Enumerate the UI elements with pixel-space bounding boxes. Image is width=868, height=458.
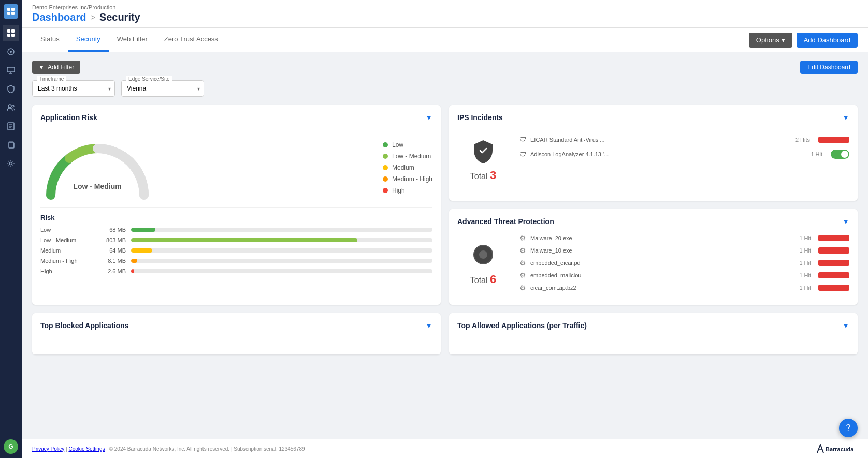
app-risk-filter-icon[interactable]: ▼ <box>425 113 432 122</box>
tab-webfilter[interactable]: Web Filter <box>109 28 156 52</box>
incident-shield-icon-0: 🛡 <box>519 136 526 143</box>
user-avatar[interactable]: G <box>4 439 18 454</box>
risk-section: Risk Low 68 MB Low - Medium 803 MB <box>40 207 432 274</box>
legend-dot-medium <box>383 165 388 170</box>
risk-row-low-medium: Low - Medium 803 MB <box>40 237 432 243</box>
atp-hits-2: 1 Hit <box>799 260 811 266</box>
svg-rect-1 <box>11 8 15 11</box>
incident-row-1: 🛡 Adiscon LogAnalyzer 4.1.13 '... 1 Hit <box>519 146 849 162</box>
allowed-apps-header: Top Allowed Applications (per Traffic) ▼ <box>457 321 849 330</box>
tab-security[interactable]: Security <box>68 28 109 52</box>
ips-title: IPS Incidents <box>457 113 503 122</box>
atp-hits-4: 1 Hit <box>799 285 811 291</box>
incident-shield-icon-1: 🛡 <box>519 151 526 158</box>
svg-rect-5 <box>11 29 15 33</box>
filter-icon: ▼ <box>38 64 45 71</box>
atp-hits-0: 1 Hit <box>799 235 811 241</box>
dashboard-grid: Application Risk ▼ <box>32 105 858 354</box>
edit-dashboard-button[interactable]: Edit Dashboard <box>800 61 858 74</box>
allowed-apps-filter-icon[interactable]: ▼ <box>842 321 849 330</box>
gear-icon-1: ⚙ <box>519 246 526 255</box>
gauge-container: Low - Medium <box>40 133 154 202</box>
sidebar: G <box>0 0 22 458</box>
legend-label-high: High <box>392 187 405 194</box>
atp-total-label: Total 6 <box>470 273 497 286</box>
breadcrumb-home[interactable]: Dashboard <box>32 11 86 23</box>
filters-row: Timeframe Last 3 months Last month Last … <box>32 80 858 97</box>
gear-icon-2: ⚙ <box>519 259 526 267</box>
threat-icon <box>471 242 496 269</box>
risk-name-medium: Medium <box>40 247 92 254</box>
risk-row-medium: Medium 64 MB <box>40 247 432 254</box>
sidebar-item-security[interactable] <box>3 81 19 97</box>
legend-dot-low-medium <box>383 154 388 159</box>
svg-rect-2 <box>7 12 10 15</box>
timeframe-select[interactable]: Last 3 months Last month Last week Last … <box>32 80 115 97</box>
tabs-actions: Options ▾ Add Dashboard <box>749 33 858 48</box>
incident-name-0: EICAR Standard Anti-Virus ... <box>530 137 791 143</box>
atp-threat-list: ⚙ Malware_20.exe 1 Hit ⚙ Malware_10.exe … <box>519 232 849 297</box>
atp-bar-2 <box>818 260 849 266</box>
legend-label-medium: Medium <box>392 164 414 171</box>
incident-hits-1: 1 Hit <box>811 151 822 157</box>
sidebar-item-settings[interactable] <box>3 155 19 172</box>
atp-filter-icon[interactable]: ▼ <box>842 217 849 226</box>
sidebar-item-monitor[interactable] <box>3 62 19 79</box>
risk-bar-track-medium <box>131 248 432 253</box>
risk-name-medium-high: Medium - High <box>40 258 92 264</box>
blocked-apps-card: Top Blocked Applications ▼ <box>32 313 441 354</box>
gear-icon-0: ⚙ <box>519 234 526 242</box>
sidebar-item-reports[interactable] <box>3 118 19 135</box>
sidebar-item-dashboard[interactable] <box>3 25 19 41</box>
blocked-apps-filter-icon[interactable]: ▼ <box>425 321 432 330</box>
risk-bar-fill-low <box>131 228 155 232</box>
atp-name-2: embedded_eicar.pd <box>530 260 795 266</box>
gauge-svg: Low - Medium <box>40 133 154 200</box>
barracuda-logo: Barracuda <box>816 444 858 454</box>
legend-item-medium-high: Medium - High <box>383 175 432 183</box>
ips-incidents-card: IPS Incidents ▼ Total 3 <box>449 105 858 201</box>
edge-service-select[interactable]: Vienna Berlin New York All <box>121 80 204 97</box>
app-logo[interactable] <box>4 4 18 19</box>
ips-total-label: Total 3 <box>470 169 497 182</box>
risk-bar-fill-medium-high <box>131 259 137 263</box>
incident-row-0: 🛡 EICAR Standard Anti-Virus ... 2 Hits <box>519 132 849 146</box>
risk-size-low: 68 MB <box>97 227 126 233</box>
legend-item-low: Low <box>383 141 432 149</box>
atp-content: Total 6 ⚙ Malware_20.exe 1 Hit ⚙ <box>457 232 849 297</box>
help-button[interactable]: ? <box>839 419 858 437</box>
gear-icon-4: ⚙ <box>519 284 526 292</box>
atp-bar-3 <box>818 272 849 278</box>
privacy-policy-link[interactable]: Privacy Policy <box>32 446 64 452</box>
risk-row-medium-high: Medium - High 8.1 MB <box>40 258 432 264</box>
legend-dot-medium-high <box>383 176 388 182</box>
toolbar: ▼ Add Filter Edit Dashboard <box>32 61 858 74</box>
sidebar-item-copy[interactable] <box>3 137 19 153</box>
atp-row-1: ⚙ Malware_10.exe 1 Hit <box>519 244 849 257</box>
atp-name-0: Malware_20.exe <box>530 235 795 241</box>
risk-bar-track-medium-high <box>131 259 432 263</box>
sidebar-item-users[interactable] <box>3 99 19 116</box>
atp-bar-1 <box>818 247 849 254</box>
breadcrumb: Demo Enterprises Inc/Production <box>32 4 858 10</box>
header: Demo Enterprises Inc/Production Dashboar… <box>22 0 868 28</box>
add-filter-button[interactable]: ▼ Add Filter <box>32 61 80 74</box>
allowed-apps-title: Top Allowed Applications (per Traffic) <box>457 321 587 330</box>
legend-label-medium-high: Medium - High <box>392 175 432 183</box>
incident-name-1: Adiscon LogAnalyzer 4.1.13 '... <box>530 151 806 157</box>
sidebar-item-network[interactable] <box>3 43 19 60</box>
tab-zerotrust[interactable]: Zero Trust Access <box>156 28 226 52</box>
atp-card: Advanced Threat Protection ▼ <box>449 209 858 305</box>
tabs-bar: Status Security Web Filter Zero Trust Ac… <box>22 28 868 52</box>
tab-status[interactable]: Status <box>32 28 68 52</box>
svg-text:Low - Medium: Low - Medium <box>73 182 121 190</box>
add-dashboard-button[interactable]: Add Dashboard <box>797 33 858 48</box>
cookie-settings-link[interactable]: Cookie Settings <box>68 446 105 452</box>
atp-title: Advanced Threat Protection <box>457 217 554 226</box>
app-risk-title: Application Risk <box>40 113 97 122</box>
gauge-section: Low - Medium Low Low - Medium <box>40 128 432 207</box>
ips-filter-icon[interactable]: ▼ <box>842 113 849 122</box>
atp-hits-3: 1 Hit <box>799 272 811 278</box>
options-button[interactable]: Options ▾ <box>749 33 792 48</box>
incident-toggle-1[interactable] <box>831 150 849 159</box>
